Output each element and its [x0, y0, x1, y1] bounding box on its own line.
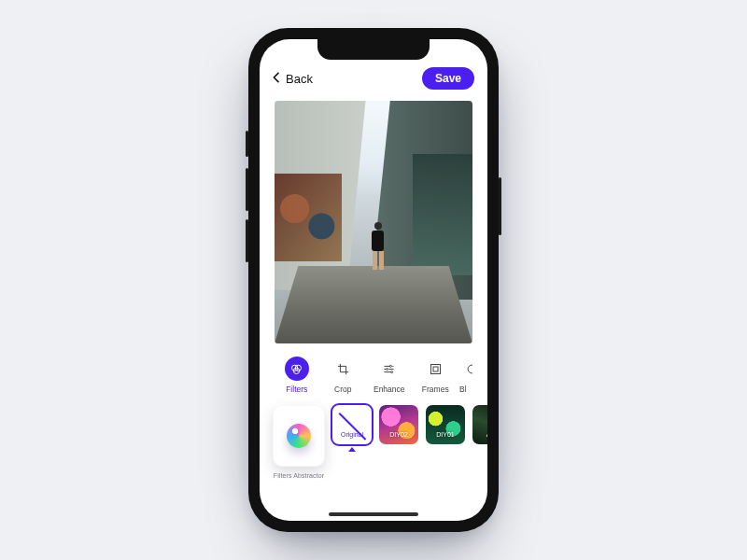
tool-tabs: Filters Crop Enhance: [260, 343, 487, 399]
svg-point-4: [387, 368, 388, 370]
feature-caption: Filters Abstractor: [274, 472, 324, 479]
subject-person: [370, 222, 387, 273]
phone-frame: Back Save Filter: [248, 28, 499, 532]
svg-point-5: [391, 371, 393, 372]
tab-blur[interactable]: Bl: [459, 357, 472, 394]
filter-au1[interactable]: Au1: [472, 405, 487, 452]
filter-label: Original: [332, 431, 372, 438]
mute-switch: [246, 131, 248, 157]
filter-label: Au1: [472, 431, 487, 438]
tab-crop[interactable]: Crop: [321, 357, 366, 394]
svg-rect-7: [433, 367, 438, 371]
tab-frames[interactable]: Frames: [414, 357, 458, 394]
svg-rect-6: [430, 364, 440, 373]
tab-label: Bl: [459, 385, 467, 394]
tab-enhance[interactable]: Enhance: [367, 357, 412, 394]
tab-label: Filters: [286, 385, 307, 394]
blur-icon: [459, 357, 472, 381]
filter-label: DIY01: [426, 431, 465, 438]
tab-label: Crop: [334, 385, 351, 394]
screen: Back Save Filter: [260, 39, 487, 521]
abstractor-icon: [287, 424, 311, 448]
save-button[interactable]: Save: [422, 67, 474, 90]
notch: [317, 39, 430, 60]
svg-point-8: [468, 365, 472, 373]
volume-down: [246, 219, 248, 262]
filter-label: DIY02: [379, 431, 418, 438]
power-button: [499, 177, 501, 235]
selected-caret-icon: [348, 447, 356, 452]
chevron-left-icon: [269, 70, 284, 88]
filters-carousel[interactable]: Filters Abstractor Original DIY02 DIY01: [260, 399, 487, 479]
tab-filters[interactable]: Filters: [275, 357, 319, 394]
svg-point-3: [390, 365, 392, 367]
tab-label: Enhance: [374, 385, 405, 394]
feature-card[interactable]: Filters Abstractor: [273, 405, 325, 479]
filter-original[interactable]: Original: [332, 405, 372, 452]
photo-canvas[interactable]: [275, 101, 472, 343]
filter-diy02[interactable]: DIY02: [379, 405, 418, 452]
filter-diy01[interactable]: DIY01: [426, 405, 465, 452]
tab-label: Frames: [422, 385, 449, 394]
back-button[interactable]: Back: [269, 70, 313, 88]
crop-icon: [331, 357, 355, 381]
sliders-icon: [377, 357, 402, 381]
frame-icon: [423, 357, 447, 381]
back-label: Back: [286, 72, 313, 86]
volume-up: [246, 168, 248, 211]
home-indicator[interactable]: [329, 512, 418, 516]
filters-icon: [285, 357, 309, 381]
